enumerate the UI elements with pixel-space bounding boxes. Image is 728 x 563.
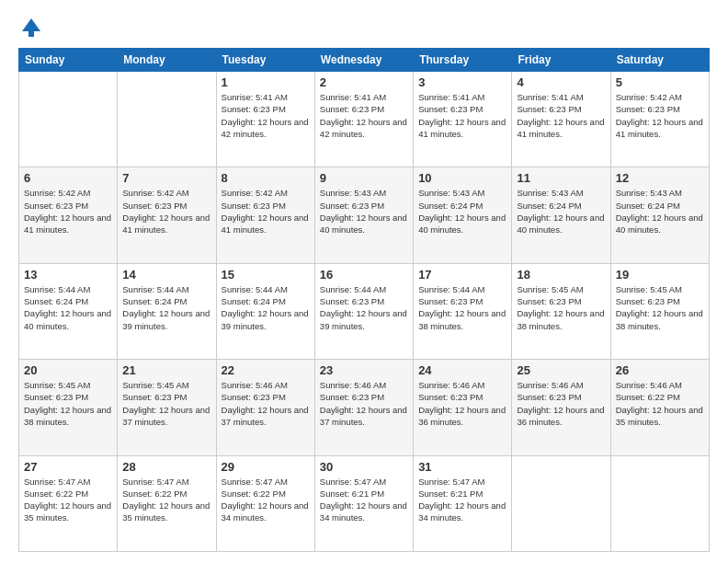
calendar-day-cell: 29Sunrise: 5:47 AM Sunset: 6:22 PM Dayli… — [216, 455, 314, 551]
day-info: Sunrise: 5:43 AM Sunset: 6:24 PM Dayligh… — [517, 187, 605, 236]
day-number: 7 — [122, 171, 210, 185]
day-info: Sunrise: 5:43 AM Sunset: 6:24 PM Dayligh… — [616, 187, 704, 236]
day-info: Sunrise: 5:42 AM Sunset: 6:23 PM Dayligh… — [222, 187, 310, 236]
calendar-day-cell: 17Sunrise: 5:44 AM Sunset: 6:23 PM Dayli… — [414, 263, 512, 359]
day-number: 11 — [517, 171, 605, 185]
day-info: Sunrise: 5:46 AM Sunset: 6:23 PM Dayligh… — [418, 379, 506, 428]
calendar-day-cell: 18Sunrise: 5:45 AM Sunset: 6:23 PM Dayli… — [512, 263, 610, 359]
day-number: 13 — [24, 268, 112, 282]
day-info: Sunrise: 5:45 AM Sunset: 6:23 PM Dayligh… — [616, 283, 704, 332]
day-of-week-header: Friday — [512, 49, 610, 72]
day-number: 19 — [616, 268, 704, 282]
day-info: Sunrise: 5:44 AM Sunset: 6:24 PM Dayligh… — [24, 283, 112, 332]
day-info: Sunrise: 5:41 AM Sunset: 6:23 PM Dayligh… — [222, 91, 310, 140]
calendar-week-row: 20Sunrise: 5:45 AM Sunset: 6:23 PM Dayli… — [19, 360, 710, 455]
day-of-week-header: Tuesday — [216, 49, 314, 72]
day-number: 9 — [320, 171, 408, 185]
calendar-day-cell: 30Sunrise: 5:47 AM Sunset: 6:21 PM Dayli… — [314, 455, 413, 551]
day-number: 28 — [122, 460, 210, 474]
day-info: Sunrise: 5:45 AM Sunset: 6:23 PM Dayligh… — [517, 283, 605, 332]
day-of-week-header: Sunday — [19, 49, 118, 72]
calendar-body: 1Sunrise: 5:41 AM Sunset: 6:23 PM Daylig… — [19, 72, 710, 552]
day-number: 24 — [418, 363, 506, 377]
calendar-day-cell: 11Sunrise: 5:43 AM Sunset: 6:24 PM Dayli… — [512, 167, 610, 263]
day-number: 5 — [616, 75, 704, 89]
day-number: 10 — [418, 171, 506, 185]
calendar-day-cell: 27Sunrise: 5:47 AM Sunset: 6:22 PM Dayli… — [19, 455, 118, 551]
header — [18, 15, 710, 40]
calendar-day-cell: 10Sunrise: 5:43 AM Sunset: 6:24 PM Dayli… — [414, 167, 512, 263]
day-info: Sunrise: 5:41 AM Sunset: 6:23 PM Dayligh… — [418, 91, 506, 140]
day-number: 8 — [222, 171, 310, 185]
day-info: Sunrise: 5:45 AM Sunset: 6:23 PM Dayligh… — [122, 379, 210, 428]
day-info: Sunrise: 5:47 AM Sunset: 6:22 PM Dayligh… — [122, 476, 210, 524]
svg-rect-1 — [28, 31, 34, 37]
day-number: 6 — [24, 171, 112, 185]
day-number: 2 — [320, 75, 408, 89]
day-info: Sunrise: 5:47 AM Sunset: 6:22 PM Dayligh… — [222, 476, 310, 524]
calendar-table: SundayMondayTuesdayWednesdayThursdayFrid… — [18, 48, 710, 552]
day-number: 30 — [320, 460, 408, 474]
calendar-day-cell: 5Sunrise: 5:42 AM Sunset: 6:23 PM Daylig… — [610, 72, 709, 167]
logo-icon — [18, 15, 44, 40]
calendar-day-cell: 20Sunrise: 5:45 AM Sunset: 6:23 PM Dayli… — [19, 360, 118, 455]
calendar-day-cell: 24Sunrise: 5:46 AM Sunset: 6:23 PM Dayli… — [414, 360, 512, 455]
calendar-week-row: 13Sunrise: 5:44 AM Sunset: 6:24 PM Dayli… — [19, 263, 710, 359]
day-number: 1 — [222, 75, 310, 89]
day-info: Sunrise: 5:44 AM Sunset: 6:24 PM Dayligh… — [222, 283, 310, 332]
calendar-day-cell: 8Sunrise: 5:42 AM Sunset: 6:23 PM Daylig… — [216, 167, 314, 263]
calendar-day-cell: 19Sunrise: 5:45 AM Sunset: 6:23 PM Dayli… — [610, 263, 709, 359]
calendar-day-cell: 25Sunrise: 5:46 AM Sunset: 6:23 PM Dayli… — [512, 360, 610, 455]
calendar-day-cell: 13Sunrise: 5:44 AM Sunset: 6:24 PM Dayli… — [19, 263, 118, 359]
day-number: 22 — [222, 363, 310, 377]
calendar-day-cell: 22Sunrise: 5:46 AM Sunset: 6:23 PM Dayli… — [216, 360, 314, 455]
calendar-day-cell: 2Sunrise: 5:41 AM Sunset: 6:23 PM Daylig… — [314, 72, 413, 167]
calendar-day-cell — [19, 72, 118, 167]
day-info: Sunrise: 5:41 AM Sunset: 6:23 PM Dayligh… — [517, 91, 605, 140]
day-info: Sunrise: 5:45 AM Sunset: 6:23 PM Dayligh… — [24, 379, 112, 428]
day-of-week-header: Wednesday — [314, 49, 413, 72]
day-info: Sunrise: 5:46 AM Sunset: 6:22 PM Dayligh… — [616, 379, 704, 428]
calendar-day-cell: 1Sunrise: 5:41 AM Sunset: 6:23 PM Daylig… — [216, 72, 314, 167]
day-number: 18 — [517, 268, 605, 282]
calendar-day-cell: 9Sunrise: 5:43 AM Sunset: 6:23 PM Daylig… — [314, 167, 413, 263]
calendar-day-cell — [118, 72, 216, 167]
calendar-header-row: SundayMondayTuesdayWednesdayThursdayFrid… — [19, 49, 710, 72]
day-number: 23 — [320, 363, 408, 377]
calendar-day-cell: 28Sunrise: 5:47 AM Sunset: 6:22 PM Dayli… — [118, 455, 216, 551]
day-info: Sunrise: 5:41 AM Sunset: 6:23 PM Dayligh… — [320, 91, 408, 140]
calendar-day-cell: 6Sunrise: 5:42 AM Sunset: 6:23 PM Daylig… — [19, 167, 118, 263]
day-number: 12 — [616, 171, 704, 185]
day-info: Sunrise: 5:46 AM Sunset: 6:23 PM Dayligh… — [517, 379, 605, 428]
calendar-day-cell: 26Sunrise: 5:46 AM Sunset: 6:22 PM Dayli… — [610, 360, 709, 455]
day-info: Sunrise: 5:44 AM Sunset: 6:24 PM Dayligh… — [122, 283, 210, 332]
day-info: Sunrise: 5:44 AM Sunset: 6:23 PM Dayligh… — [418, 283, 506, 332]
calendar-day-cell: 31Sunrise: 5:47 AM Sunset: 6:21 PM Dayli… — [414, 455, 512, 551]
day-info: Sunrise: 5:46 AM Sunset: 6:23 PM Dayligh… — [222, 379, 310, 428]
day-number: 21 — [122, 363, 210, 377]
day-number: 15 — [222, 268, 310, 282]
day-number: 26 — [616, 363, 704, 377]
calendar-week-row: 27Sunrise: 5:47 AM Sunset: 6:22 PM Dayli… — [19, 455, 710, 551]
svg-marker-0 — [22, 18, 40, 31]
day-of-week-header: Saturday — [610, 49, 709, 72]
calendar-day-cell: 14Sunrise: 5:44 AM Sunset: 6:24 PM Dayli… — [118, 263, 216, 359]
day-number: 25 — [517, 363, 605, 377]
calendar-week-row: 6Sunrise: 5:42 AM Sunset: 6:23 PM Daylig… — [19, 167, 710, 263]
calendar-day-cell: 3Sunrise: 5:41 AM Sunset: 6:23 PM Daylig… — [414, 72, 512, 167]
calendar-day-cell: 7Sunrise: 5:42 AM Sunset: 6:23 PM Daylig… — [118, 167, 216, 263]
day-info: Sunrise: 5:46 AM Sunset: 6:23 PM Dayligh… — [320, 379, 408, 428]
day-number: 4 — [517, 75, 605, 89]
day-number: 17 — [418, 268, 506, 282]
day-info: Sunrise: 5:43 AM Sunset: 6:23 PM Dayligh… — [320, 187, 408, 236]
day-number: 27 — [24, 460, 112, 474]
calendar-day-cell — [512, 455, 610, 551]
calendar-day-cell: 4Sunrise: 5:41 AM Sunset: 6:23 PM Daylig… — [512, 72, 610, 167]
day-info: Sunrise: 5:47 AM Sunset: 6:21 PM Dayligh… — [320, 476, 408, 524]
page: SundayMondayTuesdayWednesdayThursdayFrid… — [0, 0, 728, 563]
day-info: Sunrise: 5:47 AM Sunset: 6:22 PM Dayligh… — [24, 476, 112, 524]
day-info: Sunrise: 5:44 AM Sunset: 6:23 PM Dayligh… — [320, 283, 408, 332]
calendar-day-cell: 12Sunrise: 5:43 AM Sunset: 6:24 PM Dayli… — [610, 167, 709, 263]
day-info: Sunrise: 5:42 AM Sunset: 6:23 PM Dayligh… — [616, 91, 704, 140]
day-info: Sunrise: 5:47 AM Sunset: 6:21 PM Dayligh… — [418, 476, 506, 524]
